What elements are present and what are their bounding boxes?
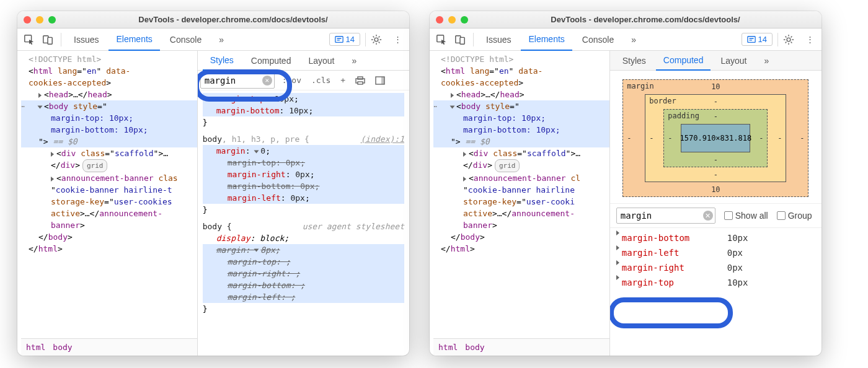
dom-html-open[interactable]: <html lang="en" data-: [21, 65, 197, 77]
dom-body-open[interactable]: <body style=": [433, 100, 609, 112]
subtab-styles[interactable]: Styles: [203, 51, 241, 71]
dom-doctype: <!DOCTYPE html>: [21, 53, 197, 65]
subtab-computed[interactable]: Computed: [656, 51, 711, 71]
print-icon[interactable]: [353, 76, 368, 85]
clear-icon[interactable]: ✕: [703, 211, 713, 221]
svg-rect-7: [358, 82, 363, 84]
box-content-size: 1570.910×831.818: [680, 134, 752, 142]
plus-icon[interactable]: +: [338, 76, 348, 85]
group-checkbox[interactable]: Group: [777, 211, 812, 221]
svg-rect-12: [460, 37, 464, 44]
dom-html-open[interactable]: <html lang="en" data-: [433, 65, 609, 77]
minimize-icon[interactable]: [36, 16, 43, 24]
dom-tree-pane: <!DOCTYPE html> <html lang="en" data- co…: [430, 51, 610, 356]
computed-side-pane: Styles Computed Layout » margin 10 10 - …: [610, 51, 822, 356]
grid-badge[interactable]: grid: [495, 159, 520, 172]
dom-doctype: <!DOCTYPE html>: [433, 53, 609, 65]
crumb-html[interactable]: html: [26, 341, 45, 353]
crumb-html[interactable]: html: [438, 341, 458, 353]
device-toggle-icon[interactable]: [452, 32, 468, 48]
hov-toggle[interactable]: :hov: [280, 76, 304, 85]
breadcrumb: html body: [21, 338, 197, 356]
dom-head[interactable]: <head>…</head>: [433, 89, 609, 100]
user-agent-label: user agent stylesheet: [303, 221, 404, 232]
subtab-more[interactable]: »: [344, 51, 364, 71]
svg-point-4: [374, 38, 378, 42]
crumb-body[interactable]: body: [465, 341, 484, 353]
svg-rect-3: [335, 36, 342, 42]
styles-rule-list: margin-top: 10px; margin-bottom: 10px; }…: [198, 90, 409, 356]
device-toggle-icon[interactable]: [40, 32, 56, 48]
tab-console[interactable]: Console: [162, 28, 209, 51]
devtools-window-styles: DevTools - developer.chrome.com/docs/dev…: [17, 11, 409, 356]
issues-badge[interactable]: 14: [742, 33, 773, 46]
computed-row[interactable]: margin-left0px: [616, 245, 815, 260]
close-icon[interactable]: [24, 16, 31, 24]
inspect-icon[interactable]: [433, 32, 450, 48]
dom-announcement-banner[interactable]: <announcement-banner clas: [21, 172, 197, 184]
dom-head[interactable]: <head>…</head>: [21, 89, 197, 100]
computed-row[interactable]: margin-top10px: [616, 275, 815, 290]
tab-more[interactable]: »: [624, 28, 644, 51]
kebab-icon[interactable]: ⋮: [802, 35, 818, 44]
sidebar-toggle-icon[interactable]: [373, 76, 388, 85]
svg-rect-9: [381, 77, 384, 84]
clear-icon[interactable]: ✕: [262, 76, 272, 85]
gear-icon[interactable]: [783, 34, 799, 45]
source-link[interactable]: (index):1: [361, 133, 404, 145]
zoom-icon[interactable]: [461, 16, 468, 24]
window-title: DevTools - developer.chrome.com/docs/dev…: [63, 15, 403, 24]
box-margin-label: margin: [627, 82, 653, 90]
svg-point-14: [787, 38, 790, 42]
dom-body-close[interactable]: </body>: [433, 231, 609, 243]
tab-elements[interactable]: Elements: [521, 28, 572, 51]
ellipsis-icon[interactable]: ⋯: [21, 100, 25, 112]
svg-rect-2: [48, 37, 52, 44]
tab-elements[interactable]: Elements: [108, 28, 159, 51]
dom-tree-pane: <!DOCTYPE html> <html lang="en" data- co…: [17, 51, 198, 356]
tab-console[interactable]: Console: [575, 28, 621, 51]
tab-issues[interactable]: Issues: [66, 28, 106, 51]
subtab-layout[interactable]: Layout: [301, 51, 342, 71]
show-all-checkbox[interactable]: Show all: [724, 211, 768, 221]
styles-side-pane: Styles Computed Layout » ✕ :hov .cls +: [198, 51, 409, 356]
ellipsis-icon[interactable]: ⋯: [433, 100, 437, 112]
tab-issues[interactable]: Issues: [479, 28, 518, 51]
cls-toggle[interactable]: .cls: [309, 76, 333, 85]
close-icon[interactable]: [436, 16, 443, 24]
title-bar: DevTools - developer.chrome.com/docs/dev…: [430, 11, 822, 28]
gear-icon[interactable]: [371, 34, 387, 45]
computed-filter-input[interactable]: [616, 208, 715, 224]
crumb-body[interactable]: body: [53, 341, 72, 353]
styles-filter-wrap: ✕: [200, 72, 275, 89]
dom-div-scaffold[interactable]: <div class="scaffold">…: [21, 147, 197, 159]
subtab-more[interactable]: »: [756, 51, 776, 71]
computed-subtabs: Styles Computed Layout »: [610, 51, 822, 71]
subtab-layout[interactable]: Layout: [713, 51, 754, 71]
window-title: DevTools - developer.chrome.com/docs/dev…: [476, 15, 815, 24]
main-toolbar: Issues Elements Console » 14 ⋮: [430, 28, 822, 51]
dom-announcement-banner[interactable]: <announcement-banner cl: [433, 172, 609, 184]
styles-filter-row: ✕ :hov .cls +: [198, 71, 409, 90]
dom-div-scaffold[interactable]: <div class="scaffold">…: [433, 147, 609, 159]
box-model[interactable]: margin 10 10 - - border - - - - padding …: [622, 79, 808, 197]
dom-html-close[interactable]: </html>: [433, 243, 609, 255]
computed-row[interactable]: margin-bottom10px: [616, 230, 815, 245]
dom-body-close[interactable]: </body>: [21, 231, 197, 243]
dom-body-open[interactable]: <body style=": [21, 100, 197, 112]
subtab-computed[interactable]: Computed: [244, 51, 299, 71]
svg-rect-13: [747, 36, 755, 42]
issues-badge[interactable]: 14: [329, 33, 360, 46]
subtab-styles[interactable]: Styles: [615, 51, 653, 71]
box-border-label: border: [649, 97, 676, 105]
grid-badge[interactable]: grid: [82, 159, 108, 172]
kebab-icon[interactable]: ⋮: [389, 35, 405, 44]
box-padding-label: padding: [668, 112, 699, 120]
tab-more[interactable]: »: [211, 28, 231, 51]
inspect-icon[interactable]: [21, 32, 37, 48]
zoom-icon[interactable]: [48, 16, 56, 24]
minimize-icon[interactable]: [448, 16, 456, 24]
computed-property-list: margin-bottom10px margin-left0px margin-…: [610, 228, 822, 356]
computed-row[interactable]: margin-right0px: [616, 260, 815, 275]
dom-html-close[interactable]: </html>: [21, 243, 197, 255]
